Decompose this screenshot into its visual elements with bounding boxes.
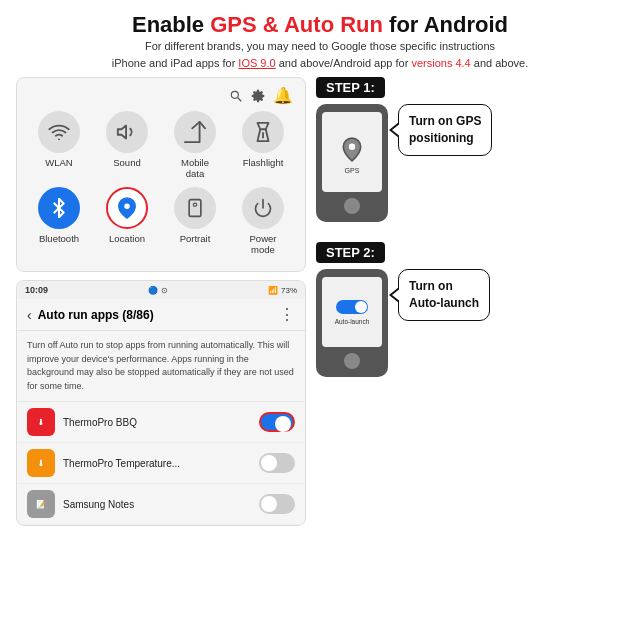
more-options-icon[interactable]: ⋮ (279, 305, 295, 324)
toggle-knob (261, 455, 277, 471)
autorun-panel: 10:09 🔵 ⊙ 📶 73% ‹ Auto run apps (8/86) ⋮… (16, 280, 306, 526)
main-title: Enable GPS & Auto Run for Android (16, 12, 624, 38)
svg-point-4 (124, 203, 130, 209)
list-item: 🌡 ThermoPro BBQ (17, 402, 305, 443)
setting-location[interactable]: Location (98, 187, 156, 255)
phone-screen-step1: GPS (322, 112, 382, 192)
step-2-block: STEP 2: Auto-launch Turn on Auto-laun (316, 242, 624, 377)
app-name-thermopro-temp: ThermoPro Temperature... (63, 458, 251, 469)
settings-row-2: Bluetooth Location (25, 187, 297, 255)
setting-portrait[interactable]: Portrait (166, 187, 224, 255)
page: Enable GPS & Auto Run for Android For di… (0, 0, 640, 640)
header: Enable GPS & Auto Run for Android For di… (16, 12, 624, 71)
right-column: STEP 1: GPS Turn on (316, 77, 624, 526)
settings-panel: 🔔 WLAN (16, 77, 306, 272)
bluetooth-label: Bluetooth (39, 233, 79, 244)
mini-toggle-step2 (336, 300, 368, 314)
bluetooth-icon-bg (38, 187, 80, 229)
app-icon-samsung-notes: 📝 (27, 490, 55, 518)
wlan-label: WLAN (45, 157, 72, 168)
svg-point-6 (193, 203, 196, 206)
svg-line-1 (238, 97, 242, 101)
power-mode-label: Power mode (250, 233, 277, 255)
bluetooth-icon (49, 198, 69, 218)
mobile-data-label: Mobile data (181, 157, 209, 179)
svg-rect-5 (189, 200, 201, 217)
flashlight-icon (252, 121, 274, 143)
android-version: versions 4.4 (411, 57, 470, 69)
location-label: Location (109, 233, 145, 244)
app-icon-thermopro-temp: 🌡 (27, 449, 55, 477)
phone-screen-step2: Auto-launch (322, 277, 382, 347)
toggle-thermopro-bbq[interactable] (259, 412, 295, 432)
phone-mockup-step1: GPS (316, 104, 388, 222)
portrait-label: Portrait (180, 233, 211, 244)
status-bar: 10:09 🔵 ⊙ 📶 73% (17, 281, 305, 299)
mobile-data-icon (184, 121, 206, 143)
flashlight-label: Flashlight (243, 157, 284, 168)
setting-power-mode[interactable]: Power mode (234, 187, 292, 255)
status-icons: 🔵 ⊙ (148, 286, 167, 295)
portrait-icon-bg (174, 187, 216, 229)
power-icon (253, 198, 273, 218)
sound-icon (116, 121, 138, 143)
subtitle: For different brands, you may need to Go… (16, 38, 624, 71)
notification-icon: 🔔 (273, 86, 293, 105)
step-1-label: STEP 1: (316, 77, 385, 98)
gps-pin-icon (339, 137, 365, 163)
back-arrow-icon[interactable]: ‹ (27, 307, 32, 323)
toggle-knob (261, 496, 277, 512)
app-name-samsung-notes: Samsung Notes (63, 499, 251, 510)
step-1-content: GPS Turn on GPS positioning (316, 104, 492, 222)
autorun-description: Turn off Auto run to stop apps from runn… (17, 331, 305, 402)
phone-home-button (344, 198, 360, 214)
step-2-content: Auto-launch Turn on Auto-launch (316, 269, 490, 377)
location-icon (116, 197, 138, 219)
wlan-icon (48, 121, 70, 143)
status-time: 10:09 (25, 285, 48, 295)
list-item: 📝 Samsung Notes (17, 484, 305, 525)
left-column: 🔔 WLAN (16, 77, 306, 526)
svg-point-8 (349, 143, 356, 150)
flashlight-icon-bg (242, 111, 284, 153)
phone-home-button-2 (344, 353, 360, 369)
main-grid: 🔔 WLAN (16, 77, 624, 526)
settings-row-1: WLAN Sound (25, 111, 297, 179)
status-right-icons: 📶 73% (268, 286, 297, 295)
gear-icon (251, 89, 265, 103)
app-icon-thermopro-bbq: 🌡 (27, 408, 55, 436)
mobile-data-icon-bg (174, 111, 216, 153)
location-icon-bg (106, 187, 148, 229)
phone-mockup-step2: Auto-launch (316, 269, 388, 377)
svg-point-0 (231, 91, 238, 98)
setting-wlan[interactable]: WLAN (30, 111, 88, 179)
step-1-block: STEP 1: GPS Turn on (316, 77, 624, 222)
step-2-label: STEP 2: (316, 242, 385, 263)
portrait-icon (185, 198, 205, 218)
setting-bluetooth[interactable]: Bluetooth (30, 187, 88, 255)
callout-step1: Turn on GPS positioning (398, 104, 492, 156)
toggle-samsung-notes[interactable] (259, 494, 295, 514)
app-name-thermopro-bbq: ThermoPro BBQ (63, 417, 251, 428)
sound-icon-bg (106, 111, 148, 153)
toggle-thermopro-temp[interactable] (259, 453, 295, 473)
callout-step2: Turn on Auto-launch (398, 269, 490, 321)
phone-screen-label-step2: Auto-launch (335, 318, 370, 325)
title-highlight: GPS & Auto Run (210, 12, 383, 37)
battery-icon: 73% (281, 286, 297, 295)
setting-flashlight[interactable]: Flashlight (234, 111, 292, 179)
phone-screen-label-step1: GPS (345, 167, 360, 174)
power-mode-icon-bg (242, 187, 284, 229)
ios-version: IOS 9.0 (238, 57, 275, 69)
setting-sound[interactable]: Sound (98, 111, 156, 179)
search-icon (229, 89, 243, 103)
list-item: 🌡 ThermoPro Temperature... (17, 443, 305, 484)
sound-label: Sound (113, 157, 140, 168)
mini-toggle-knob (355, 301, 367, 313)
signal-icon: 📶 (268, 286, 278, 295)
toggle-knob (275, 416, 291, 432)
autorun-title: Auto run apps (8/86) (38, 308, 273, 322)
svg-marker-2 (118, 126, 126, 139)
wlan-icon-bg (38, 111, 80, 153)
setting-mobile-data[interactable]: Mobile data (166, 111, 224, 179)
